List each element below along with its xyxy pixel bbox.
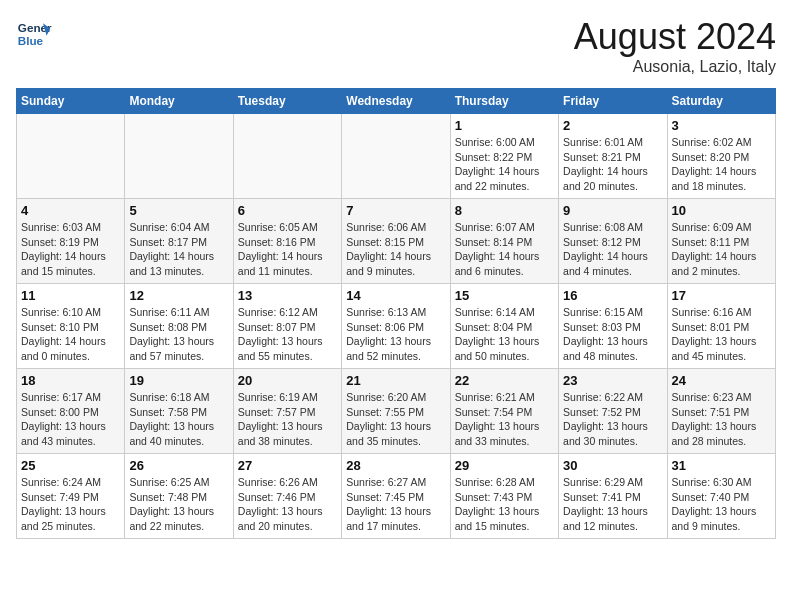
calendar-cell: 23Sunrise: 6:22 AM Sunset: 7:52 PM Dayli… <box>559 369 667 454</box>
day-info: Sunrise: 6:04 AM Sunset: 8:17 PM Dayligh… <box>129 220 228 279</box>
day-number: 23 <box>563 373 662 388</box>
calendar-cell: 22Sunrise: 6:21 AM Sunset: 7:54 PM Dayli… <box>450 369 558 454</box>
day-number: 8 <box>455 203 554 218</box>
day-info: Sunrise: 6:11 AM Sunset: 8:08 PM Dayligh… <box>129 305 228 364</box>
calendar-cell: 6Sunrise: 6:05 AM Sunset: 8:16 PM Daylig… <box>233 199 341 284</box>
day-info: Sunrise: 6:09 AM Sunset: 8:11 PM Dayligh… <box>672 220 771 279</box>
calendar-cell: 15Sunrise: 6:14 AM Sunset: 8:04 PM Dayli… <box>450 284 558 369</box>
day-number: 29 <box>455 458 554 473</box>
day-number: 14 <box>346 288 445 303</box>
day-info: Sunrise: 6:05 AM Sunset: 8:16 PM Dayligh… <box>238 220 337 279</box>
page-header: General Blue August 2024 Ausonia, Lazio,… <box>16 16 776 76</box>
day-info: Sunrise: 6:18 AM Sunset: 7:58 PM Dayligh… <box>129 390 228 449</box>
calendar-cell: 24Sunrise: 6:23 AM Sunset: 7:51 PM Dayli… <box>667 369 775 454</box>
day-info: Sunrise: 6:26 AM Sunset: 7:46 PM Dayligh… <box>238 475 337 534</box>
day-info: Sunrise: 6:27 AM Sunset: 7:45 PM Dayligh… <box>346 475 445 534</box>
calendar-cell: 16Sunrise: 6:15 AM Sunset: 8:03 PM Dayli… <box>559 284 667 369</box>
day-number: 7 <box>346 203 445 218</box>
calendar-cell <box>233 114 341 199</box>
day-number: 11 <box>21 288 120 303</box>
calendar-cell: 9Sunrise: 6:08 AM Sunset: 8:12 PM Daylig… <box>559 199 667 284</box>
calendar-cell: 21Sunrise: 6:20 AM Sunset: 7:55 PM Dayli… <box>342 369 450 454</box>
day-info: Sunrise: 6:01 AM Sunset: 8:21 PM Dayligh… <box>563 135 662 194</box>
calendar-cell: 14Sunrise: 6:13 AM Sunset: 8:06 PM Dayli… <box>342 284 450 369</box>
day-number: 12 <box>129 288 228 303</box>
day-info: Sunrise: 6:13 AM Sunset: 8:06 PM Dayligh… <box>346 305 445 364</box>
calendar-cell: 28Sunrise: 6:27 AM Sunset: 7:45 PM Dayli… <box>342 454 450 539</box>
calendar-cell: 1Sunrise: 6:00 AM Sunset: 8:22 PM Daylig… <box>450 114 558 199</box>
day-number: 24 <box>672 373 771 388</box>
svg-text:Blue: Blue <box>18 34 44 47</box>
calendar-cell: 18Sunrise: 6:17 AM Sunset: 8:00 PM Dayli… <box>17 369 125 454</box>
calendar-cell: 19Sunrise: 6:18 AM Sunset: 7:58 PM Dayli… <box>125 369 233 454</box>
day-number: 9 <box>563 203 662 218</box>
calendar-cell: 20Sunrise: 6:19 AM Sunset: 7:57 PM Dayli… <box>233 369 341 454</box>
day-info: Sunrise: 6:06 AM Sunset: 8:15 PM Dayligh… <box>346 220 445 279</box>
calendar-cell: 27Sunrise: 6:26 AM Sunset: 7:46 PM Dayli… <box>233 454 341 539</box>
day-info: Sunrise: 6:28 AM Sunset: 7:43 PM Dayligh… <box>455 475 554 534</box>
calendar-cell <box>342 114 450 199</box>
calendar-table: Sunday Monday Tuesday Wednesday Thursday… <box>16 88 776 539</box>
header-monday: Monday <box>125 89 233 114</box>
header-saturday: Saturday <box>667 89 775 114</box>
calendar-cell: 12Sunrise: 6:11 AM Sunset: 8:08 PM Dayli… <box>125 284 233 369</box>
calendar-cell: 13Sunrise: 6:12 AM Sunset: 8:07 PM Dayli… <box>233 284 341 369</box>
day-info: Sunrise: 6:20 AM Sunset: 7:55 PM Dayligh… <box>346 390 445 449</box>
header-wednesday: Wednesday <box>342 89 450 114</box>
calendar-cell: 10Sunrise: 6:09 AM Sunset: 8:11 PM Dayli… <box>667 199 775 284</box>
day-number: 18 <box>21 373 120 388</box>
logo: General Blue <box>16 16 52 52</box>
header-thursday: Thursday <box>450 89 558 114</box>
day-number: 28 <box>346 458 445 473</box>
day-number: 13 <box>238 288 337 303</box>
calendar-week-4: 18Sunrise: 6:17 AM Sunset: 8:00 PM Dayli… <box>17 369 776 454</box>
day-number: 1 <box>455 118 554 133</box>
day-number: 3 <box>672 118 771 133</box>
day-info: Sunrise: 6:15 AM Sunset: 8:03 PM Dayligh… <box>563 305 662 364</box>
month-title: August 2024 <box>574 16 776 58</box>
day-info: Sunrise: 6:21 AM Sunset: 7:54 PM Dayligh… <box>455 390 554 449</box>
calendar-body: 1Sunrise: 6:00 AM Sunset: 8:22 PM Daylig… <box>17 114 776 539</box>
calendar-cell: 29Sunrise: 6:28 AM Sunset: 7:43 PM Dayli… <box>450 454 558 539</box>
day-number: 2 <box>563 118 662 133</box>
day-number: 26 <box>129 458 228 473</box>
calendar-cell: 26Sunrise: 6:25 AM Sunset: 7:48 PM Dayli… <box>125 454 233 539</box>
calendar-cell: 8Sunrise: 6:07 AM Sunset: 8:14 PM Daylig… <box>450 199 558 284</box>
calendar-week-1: 1Sunrise: 6:00 AM Sunset: 8:22 PM Daylig… <box>17 114 776 199</box>
day-info: Sunrise: 6:24 AM Sunset: 7:49 PM Dayligh… <box>21 475 120 534</box>
day-info: Sunrise: 6:16 AM Sunset: 8:01 PM Dayligh… <box>672 305 771 364</box>
calendar-week-2: 4Sunrise: 6:03 AM Sunset: 8:19 PM Daylig… <box>17 199 776 284</box>
day-info: Sunrise: 6:19 AM Sunset: 7:57 PM Dayligh… <box>238 390 337 449</box>
calendar-cell: 5Sunrise: 6:04 AM Sunset: 8:17 PM Daylig… <box>125 199 233 284</box>
day-number: 16 <box>563 288 662 303</box>
calendar-cell: 31Sunrise: 6:30 AM Sunset: 7:40 PM Dayli… <box>667 454 775 539</box>
calendar-cell: 17Sunrise: 6:16 AM Sunset: 8:01 PM Dayli… <box>667 284 775 369</box>
day-number: 27 <box>238 458 337 473</box>
day-info: Sunrise: 6:23 AM Sunset: 7:51 PM Dayligh… <box>672 390 771 449</box>
calendar-cell: 3Sunrise: 6:02 AM Sunset: 8:20 PM Daylig… <box>667 114 775 199</box>
day-info: Sunrise: 6:07 AM Sunset: 8:14 PM Dayligh… <box>455 220 554 279</box>
calendar-cell: 11Sunrise: 6:10 AM Sunset: 8:10 PM Dayli… <box>17 284 125 369</box>
day-info: Sunrise: 6:30 AM Sunset: 7:40 PM Dayligh… <box>672 475 771 534</box>
day-info: Sunrise: 6:29 AM Sunset: 7:41 PM Dayligh… <box>563 475 662 534</box>
day-number: 25 <box>21 458 120 473</box>
day-number: 5 <box>129 203 228 218</box>
day-number: 22 <box>455 373 554 388</box>
location-subtitle: Ausonia, Lazio, Italy <box>574 58 776 76</box>
day-info: Sunrise: 6:12 AM Sunset: 8:07 PM Dayligh… <box>238 305 337 364</box>
calendar-week-3: 11Sunrise: 6:10 AM Sunset: 8:10 PM Dayli… <box>17 284 776 369</box>
day-number: 20 <box>238 373 337 388</box>
day-info: Sunrise: 6:22 AM Sunset: 7:52 PM Dayligh… <box>563 390 662 449</box>
title-block: August 2024 Ausonia, Lazio, Italy <box>574 16 776 76</box>
calendar-cell <box>125 114 233 199</box>
day-number: 10 <box>672 203 771 218</box>
header-tuesday: Tuesday <box>233 89 341 114</box>
calendar-cell: 30Sunrise: 6:29 AM Sunset: 7:41 PM Dayli… <box>559 454 667 539</box>
day-info: Sunrise: 6:03 AM Sunset: 8:19 PM Dayligh… <box>21 220 120 279</box>
calendar-cell <box>17 114 125 199</box>
day-number: 31 <box>672 458 771 473</box>
header-sunday: Sunday <box>17 89 125 114</box>
day-info: Sunrise: 6:25 AM Sunset: 7:48 PM Dayligh… <box>129 475 228 534</box>
day-number: 15 <box>455 288 554 303</box>
day-info: Sunrise: 6:14 AM Sunset: 8:04 PM Dayligh… <box>455 305 554 364</box>
